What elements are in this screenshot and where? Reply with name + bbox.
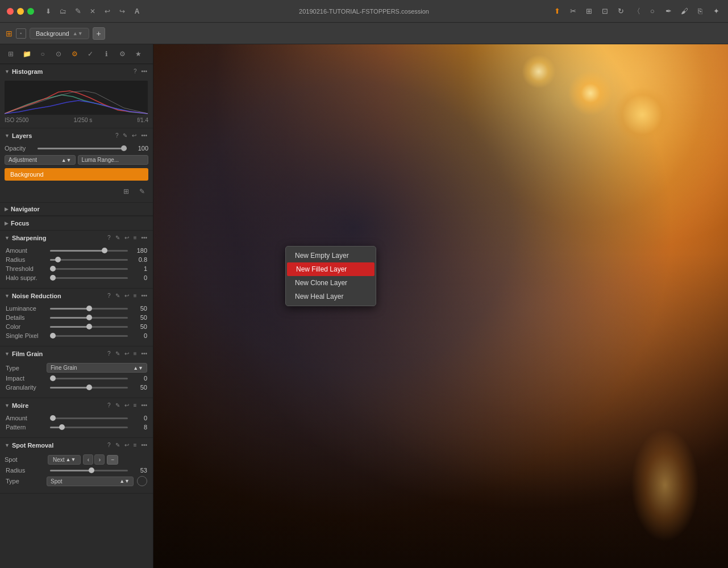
- moire-amount-slider[interactable]: [50, 417, 128, 419]
- histogram-help-icon[interactable]: ?: [132, 68, 138, 75]
- nr-color-knob[interactable]: [86, 324, 92, 329]
- layers-more-icon[interactable]: •••: [140, 132, 148, 139]
- background-layer[interactable]: Background: [5, 168, 148, 181]
- export-icon[interactable]: ⬇: [43, 6, 53, 16]
- add-layer-button[interactable]: +: [93, 27, 105, 40]
- moire-history-icon[interactable]: ↩: [123, 402, 130, 409]
- fg-more-icon[interactable]: •••: [140, 350, 148, 357]
- moire-edit-icon[interactable]: ✎: [114, 402, 121, 409]
- moire-header[interactable]: ▼ Moire ? ✎ ↩ ≡ •••: [0, 398, 153, 412]
- sharpening-edit-icon[interactable]: ✎: [114, 234, 121, 241]
- layer-tool-add[interactable]: ✎: [136, 185, 148, 198]
- sharpening-amount-knob[interactable]: [102, 248, 107, 253]
- sharpening-help-icon[interactable]: ?: [106, 234, 112, 241]
- fg-edit-icon[interactable]: ✎: [114, 350, 121, 357]
- select-tool-icon[interactable]: ⬆: [551, 5, 563, 18]
- shape-icon[interactable]: 〈: [630, 5, 643, 18]
- moire-help-icon[interactable]: ?: [106, 402, 112, 409]
- nr-help-icon[interactable]: ?: [106, 292, 112, 299]
- nr-color-slider[interactable]: [50, 326, 128, 328]
- sharpening-threshold-knob[interactable]: [50, 266, 56, 272]
- maximize-button[interactable]: [27, 8, 34, 15]
- layers-edit-icon[interactable]: ✎: [122, 132, 128, 139]
- fg-impact-knob[interactable]: [50, 375, 56, 381]
- fg-history-icon[interactable]: ↩: [123, 350, 130, 357]
- moire-amount-knob[interactable]: [50, 415, 56, 421]
- nr-luminance-slider[interactable]: [50, 308, 128, 310]
- nr-more-icon[interactable]: •••: [140, 292, 148, 299]
- nr-history-icon[interactable]: ↩: [123, 292, 130, 299]
- sidebar-icon-folder[interactable]: 📁: [20, 48, 33, 60]
- nr-single-knob[interactable]: [50, 333, 56, 339]
- moire-pattern-slider[interactable]: [50, 427, 128, 428]
- fg-impact-slider[interactable]: [50, 378, 128, 379]
- undo-icon[interactable]: ↩: [102, 6, 113, 16]
- sr-edit-icon[interactable]: ✎: [114, 441, 121, 449]
- brush-icon[interactable]: 🖌: [678, 5, 690, 18]
- nr-single-slider[interactable]: [50, 335, 128, 337]
- sr-history-icon[interactable]: ↩: [123, 441, 130, 449]
- text-icon[interactable]: A: [132, 6, 142, 16]
- context-menu-item-0[interactable]: New Empty Layer: [286, 249, 376, 262]
- redo-icon[interactable]: ↪: [117, 6, 127, 16]
- clone-icon[interactable]: ⎘: [694, 5, 706, 18]
- sidebar-icon-check[interactable]: ✓: [84, 48, 97, 60]
- sidebar-icon-active[interactable]: ⚙: [68, 48, 81, 60]
- opacity-thumb[interactable]: [121, 145, 127, 151]
- sharpening-header[interactable]: ▼ Sharpening ? ✎ ↩ ≡ •••: [0, 231, 153, 245]
- edit-icon[interactable]: ✎: [73, 6, 83, 16]
- transform-icon[interactable]: ⊞: [583, 5, 595, 18]
- sharpening-history-icon[interactable]: ↩: [123, 234, 130, 241]
- sharpening-amount-slider[interactable]: [50, 250, 128, 252]
- focus-header[interactable]: ▶ Focus: [0, 216, 153, 230]
- nr-details-slider[interactable]: [50, 317, 128, 319]
- fg-type-select[interactable]: Fine Grain ▲▼: [47, 363, 147, 373]
- close-button[interactable]: [7, 8, 14, 15]
- nr-edit-icon[interactable]: ✎: [114, 292, 121, 299]
- luma-range-select[interactable]: Luma Range...: [78, 155, 149, 165]
- crop-icon[interactable]: ✂: [567, 5, 579, 18]
- spot-type-select[interactable]: Spot ▲▼: [47, 477, 134, 486]
- moire-list-icon[interactable]: ≡: [132, 402, 138, 409]
- context-menu-item-3[interactable]: New Heal Layer: [286, 290, 376, 303]
- sidebar-icon-star[interactable]: ★: [132, 48, 144, 60]
- pen-icon[interactable]: ✒: [662, 5, 675, 18]
- sidebar-icon-grid[interactable]: ⊞: [5, 48, 17, 60]
- sr-list-icon[interactable]: ≡: [132, 441, 138, 449]
- context-menu-item-1[interactable]: New Filled Layer: [287, 262, 375, 276]
- sharpening-more-icon[interactable]: •••: [140, 234, 148, 241]
- fg-granularity-knob[interactable]: [86, 385, 92, 390]
- sharpening-radius-knob[interactable]: [55, 257, 61, 262]
- nr-list-icon[interactable]: ≡: [132, 292, 138, 299]
- film-grain-header[interactable]: ▼ Film Grain ? ✎ ↩ ≡ •••: [0, 346, 153, 361]
- opacity-slider[interactable]: [38, 148, 127, 149]
- nr-details-knob[interactable]: [86, 315, 92, 320]
- context-menu-item-2[interactable]: New Clone Layer: [286, 276, 376, 290]
- layers-history-icon[interactable]: ↩: [131, 132, 138, 139]
- adjustment-select[interactable]: Adjustment ▲▼: [5, 155, 76, 165]
- histogram-more-icon[interactable]: •••: [140, 68, 148, 75]
- fg-granularity-slider[interactable]: [50, 387, 128, 389]
- sr-more-icon[interactable]: •••: [140, 441, 148, 449]
- circle-icon[interactable]: ○: [646, 5, 659, 18]
- spot-select[interactable]: Next ▲▼: [48, 455, 81, 465]
- minimize-button[interactable]: [17, 8, 24, 15]
- spot-next-button[interactable]: ›: [94, 454, 105, 465]
- sharpening-list-icon[interactable]: ≡: [132, 234, 138, 241]
- sharpening-halo-slider[interactable]: [50, 277, 128, 279]
- heal-icon[interactable]: ✦: [710, 5, 722, 18]
- sharpening-halo-knob[interactable]: [50, 275, 56, 281]
- rotate-icon[interactable]: ↻: [614, 5, 627, 18]
- nr-luminance-knob[interactable]: [86, 306, 92, 311]
- fg-help-icon[interactable]: ?: [106, 350, 112, 357]
- spot-radius-knob[interactable]: [89, 467, 94, 473]
- layer-name-display[interactable]: Background ▲▼: [30, 28, 89, 39]
- fg-list-icon[interactable]: ≡: [132, 350, 138, 357]
- perspective-icon[interactable]: ⊡: [598, 5, 611, 18]
- histogram-header[interactable]: ▼ Histogram ? •••: [0, 64, 153, 78]
- sidebar-icon-info[interactable]: ℹ: [100, 48, 113, 60]
- sidebar-icon-settings[interactable]: ⚙: [116, 48, 128, 60]
- moire-pattern-knob[interactable]: [59, 424, 65, 430]
- navigator-header[interactable]: ▶ Navigator: [0, 203, 153, 216]
- sharpening-threshold-slider[interactable]: [50, 268, 128, 270]
